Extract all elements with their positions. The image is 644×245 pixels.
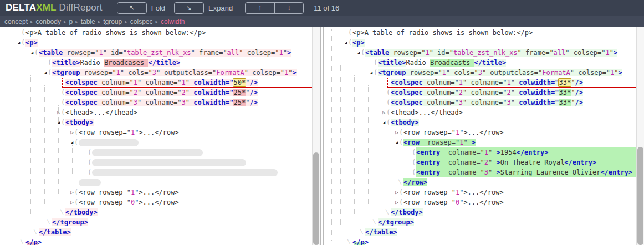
fold-handle[interactable]: ╲: [34, 227, 37, 237]
hidden-content-placeholder: [92, 159, 246, 166]
fold-handle[interactable]: (: [34, 48, 38, 58]
breadcrumb-item-tgroup[interactable]: tgroup: [102, 18, 123, 25]
fold-handle[interactable]: (: [386, 118, 390, 127]
attribute-value: all: [227, 49, 239, 57]
fold-handle[interactable]: (: [412, 167, 416, 177]
fold-handle[interactable]: (: [412, 147, 416, 157]
fold-button[interactable]: ↖: [117, 2, 147, 14]
attribute-value: 3: [459, 99, 463, 106]
fold-handle[interactable]: (: [61, 118, 65, 127]
expand-button-label: Expand: [208, 4, 233, 12]
xml-tag: <tgroup: [378, 69, 406, 76]
fold-handle[interactable]: ╲: [60, 207, 63, 217]
code-line: (<title>Radio Broadcasts </title>: [324, 58, 636, 68]
attribute-value: 1: [116, 69, 120, 76]
code-text: colnum=": [423, 79, 459, 86]
attribute-value: 2: [459, 89, 463, 96]
fold-handle[interactable]: (: [74, 137, 78, 147]
fold-handle[interactable]: (: [21, 28, 25, 38]
fold-handle[interactable]: (: [374, 68, 377, 78]
code-line: ▷(<thead>...</thead>: [324, 108, 636, 118]
hidden-content-placeholder: [92, 169, 278, 176]
fold-handle[interactable]: (: [348, 38, 352, 48]
code-line: (<colspec colnum="3" colname="3" colwidt…: [324, 98, 636, 108]
xml-tag: </title>: [474, 59, 506, 67]
next-diff-button[interactable]: ↓: [274, 3, 304, 13]
fold-handle[interactable]: ╲: [386, 207, 389, 217]
fold-handle[interactable]: (: [386, 98, 390, 108]
diff-highlight: <table rowsep="1" id="table_zst_nlk_xs" …: [365, 49, 617, 57]
fold-handle[interactable]: (: [399, 127, 403, 137]
fold-handle[interactable]: ╲: [21, 237, 23, 245]
code-text: " colname=": [463, 89, 507, 96]
xml-tag: <colspec: [65, 89, 98, 96]
xml-tag: <table: [39, 49, 63, 57]
code-text: <thead>...</thead>: [391, 109, 463, 116]
breadcrumb-item-colspec[interactable]: colspec: [129, 18, 154, 25]
code-line: ◢(<table rowsep="1" id="table_zst_nlk_xs…: [0, 48, 312, 58]
fold-handle[interactable]: (: [386, 88, 390, 98]
fold-handle[interactable]: (: [361, 48, 365, 58]
code-text: " colsep=": [239, 49, 279, 57]
code-line: (: [0, 147, 312, 157]
right-scrollbar-thumb[interactable]: [637, 147, 643, 245]
xml-tag: />: [575, 89, 582, 96]
attribute-value: 1: [507, 79, 511, 86]
fold-handle[interactable]: ╲: [347, 237, 350, 245]
code-line: ▷(<row rowsep="0">...</row>: [0, 197, 312, 207]
fold-handle[interactable]: (: [88, 157, 91, 167]
fold-handle[interactable]: (: [21, 38, 25, 48]
fold-handle[interactable]: (: [412, 157, 416, 167]
code-text: colnum=": [98, 79, 134, 86]
fold-handle[interactable]: ╲: [398, 177, 401, 187]
code-line: ▷(<row rowsep="1">...</row>: [0, 127, 312, 137]
breadcrumb-item-conbody[interactable]: conbody: [35, 18, 62, 25]
xml-tag: >: [287, 49, 291, 57]
fold-handle[interactable]: (: [61, 88, 65, 98]
code-line: (<entry colname="3" >Starring Laurence O…: [324, 167, 636, 177]
fold-handle[interactable]: (: [61, 98, 65, 108]
code-line: ◢(: [0, 137, 312, 147]
fold-handle[interactable]: ╲: [360, 227, 363, 237]
code-text: ": [488, 149, 496, 156]
fold-handle[interactable]: (: [399, 137, 403, 147]
code-text: 50*: [233, 79, 246, 86]
breadcrumb-item-current[interactable]: colwidth: [160, 18, 186, 25]
code-text: Broadcases: [104, 59, 148, 67]
fold-handle[interactable]: (: [374, 58, 377, 68]
fold-handle[interactable]: (: [348, 28, 352, 38]
fold-handle[interactable]: (: [88, 167, 91, 177]
fold-handle[interactable]: (: [61, 108, 65, 118]
xml-tag: />: [249, 99, 257, 106]
code-text: <row rowsep=": [79, 198, 131, 206]
right-vertical-scrollbar: [636, 27, 644, 245]
code-line: ▷(<row rowsep="1">...</row>: [324, 187, 636, 197]
fold-handle[interactable]: (: [48, 58, 52, 68]
fold-handle[interactable]: (: [386, 108, 390, 118]
code-text: " frame=": [518, 49, 554, 57]
fold-handle[interactable]: ╲: [373, 217, 376, 227]
fold-handle[interactable]: (: [399, 197, 403, 207]
breadcrumb-item-concept[interactable]: concept: [3, 18, 29, 25]
fold-handle[interactable]: (: [48, 68, 52, 78]
fold-handle[interactable]: (: [74, 127, 78, 137]
fold-handle[interactable]: ╲: [47, 217, 50, 227]
xml-tag: <tbody>: [391, 119, 419, 126]
breadcrumb-item-p[interactable]: p: [68, 18, 74, 25]
expand-button[interactable]: ↘: [174, 2, 204, 14]
xml-tag: />: [249, 79, 257, 86]
breadcrumb-separator-icon: ▸: [29, 19, 35, 24]
fold-handle[interactable]: (: [399, 187, 403, 197]
panel-divider: [320, 27, 324, 245]
xml-tag: <entry: [416, 159, 440, 166]
left-scrollbar-thumb[interactable]: [313, 152, 319, 245]
fold-handle[interactable]: (: [88, 147, 91, 157]
fold-handle[interactable]: (: [74, 187, 78, 197]
diff-navigation-group: ↑ ↓: [245, 2, 304, 14]
code-line: ╲</tbody>: [324, 207, 636, 217]
previous-diff-button[interactable]: ↑: [246, 3, 274, 13]
breadcrumb-item-table[interactable]: table: [80, 18, 96, 25]
breadcrumb-separator-icon: ▸: [96, 19, 103, 24]
fold-handle[interactable]: (: [74, 197, 78, 207]
xml-tag: </p>: [352, 238, 369, 245]
